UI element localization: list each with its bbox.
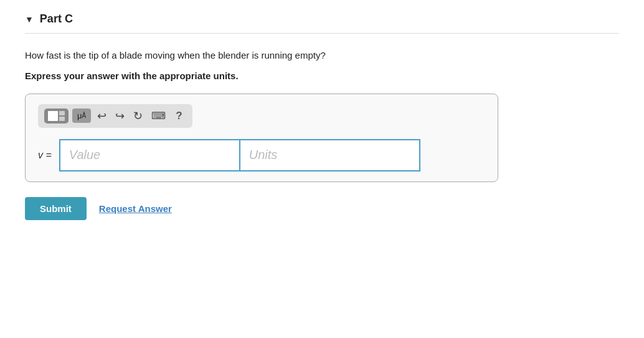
redo-button[interactable]: ↪ — [113, 108, 127, 124]
small-square-bottom — [59, 117, 65, 121]
format-icon-group[interactable] — [44, 109, 69, 123]
part-title: Part C — [40, 12, 73, 26]
angstrom-symbol: Å — [82, 112, 87, 119]
input-row: v = — [38, 139, 485, 171]
question-text: How fast is the tip of a blade moving wh… — [25, 49, 619, 63]
answer-box: μÅ ↩ ↪ ↻ ⌨ ? v = — [25, 94, 498, 182]
small-square-top — [59, 111, 65, 115]
undo-button[interactable]: ↩ — [95, 108, 109, 124]
bottom-actions: Submit Request Answer — [25, 197, 619, 220]
small-squares — [59, 111, 65, 121]
help-button[interactable]: ? — [172, 109, 186, 123]
value-input[interactable] — [59, 139, 240, 171]
mu-symbol: μ — [77, 111, 82, 120]
keyboard-button[interactable]: ⌨ — [149, 109, 168, 123]
units-input[interactable] — [240, 139, 420, 171]
part-header: ▼ Part C — [25, 12, 619, 34]
request-answer-button[interactable]: Request Answer — [99, 203, 172, 214]
chevron-icon: ▼ — [25, 14, 34, 24]
submit-button[interactable]: Submit — [25, 197, 87, 220]
large-square — [48, 111, 58, 121]
variable-label: v = — [38, 150, 52, 161]
express-instruction: Express your answer with the appropriate… — [25, 70, 619, 81]
mu-angstrom-button[interactable]: μÅ — [72, 109, 91, 123]
reset-button[interactable]: ↻ — [131, 108, 145, 124]
squares-icon — [48, 111, 65, 121]
page-container: ▼ Part C How fast is the tip of a blade … — [0, 0, 644, 338]
toolbar: μÅ ↩ ↪ ↻ ⌨ ? — [38, 104, 192, 128]
